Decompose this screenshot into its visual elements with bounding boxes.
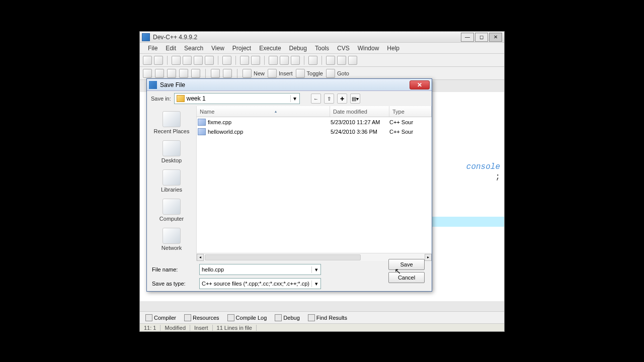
menu-search[interactable]: Search	[180, 43, 207, 53]
saveastype-combo[interactable]: C++ source files (*.cpp;*.cc;*.cxx;*.c++…	[199, 278, 321, 289]
compile-icon[interactable]	[308, 56, 317, 65]
tool-icon[interactable]	[337, 56, 346, 65]
file-list[interactable]: fixme.cpp 5/23/2010 11:27 AM C++ Sour he…	[197, 117, 432, 253]
tool-icon[interactable]	[143, 69, 152, 78]
compiler-icon	[145, 314, 152, 321]
menubar: File Edit Search View Project Execute De…	[140, 43, 504, 54]
file-row[interactable]: helloworld.cpp 5/24/2010 3:36 PM C++ Sou…	[197, 127, 432, 136]
help-icon[interactable]	[211, 69, 220, 78]
undo-icon[interactable]	[240, 56, 249, 65]
close-button[interactable]: ✕	[489, 33, 502, 42]
filename-label: File name:	[152, 266, 196, 273]
menu-project[interactable]: Project	[228, 43, 255, 53]
tab-debug[interactable]: Debug	[271, 313, 303, 323]
app-icon	[142, 33, 150, 41]
window-title: Dev-C++ 4.9.9.2	[153, 34, 460, 41]
filename-input[interactable]: hello.cpp ▾	[199, 264, 321, 275]
desktop-icon	[163, 140, 181, 156]
menu-edit[interactable]: Edit	[162, 43, 180, 53]
new-button[interactable]: New	[243, 69, 265, 78]
chevron-down-icon[interactable]: ▾	[311, 266, 318, 273]
tab-compile-log[interactable]: Compile Log	[224, 313, 271, 323]
about-icon[interactable]	[223, 69, 232, 78]
maximize-button[interactable]: ◻	[475, 33, 488, 42]
minimize-button[interactable]: —	[461, 33, 474, 42]
toolbar-1	[140, 54, 504, 67]
dialog-icon	[149, 81, 157, 89]
insert-button[interactable]: Insert	[268, 69, 293, 78]
tool-icon[interactable]	[191, 69, 200, 78]
saveastype-label: Save as type:	[152, 281, 196, 287]
tool-icon[interactable]	[143, 56, 152, 65]
chevron-down-icon[interactable]: ▾	[311, 281, 318, 287]
tool-icon[interactable]	[326, 56, 335, 65]
menu-tools[interactable]: Tools	[311, 43, 333, 53]
save-button[interactable]: Save	[388, 259, 425, 270]
dialog-title: Save File	[160, 81, 410, 88]
status-position: 11: 1	[140, 325, 160, 331]
new-icon[interactable]	[172, 56, 181, 65]
redo-icon[interactable]	[251, 56, 260, 65]
insert-icon	[268, 69, 277, 78]
status-mode: Insert	[190, 325, 213, 331]
replace-icon[interactable]	[291, 56, 300, 65]
titlebar: Dev-C++ 4.9.9.2 — ◻ ✕	[140, 32, 504, 43]
scroll-right-button[interactable]: ▸	[425, 254, 432, 261]
menu-cvs[interactable]: CVS	[333, 43, 354, 53]
editor-text-fragment: console	[466, 162, 500, 171]
find-icon[interactable]	[269, 56, 278, 65]
save-icon[interactable]	[194, 56, 203, 65]
tool-icon[interactable]	[348, 56, 357, 65]
dialog-close-button[interactable]: ✕	[410, 80, 430, 89]
menu-debug[interactable]: Debug	[285, 43, 311, 53]
menu-view[interactable]: View	[207, 43, 228, 53]
menu-help[interactable]: Help	[383, 43, 404, 53]
tool-icon[interactable]	[155, 69, 164, 78]
status-lines: 11 Lines in file	[213, 325, 257, 331]
print-icon[interactable]	[222, 56, 231, 65]
menu-file[interactable]: File	[144, 43, 162, 53]
view-menu-button[interactable]: ▤▾	[350, 94, 360, 104]
places-bar: Recent Places Desktop Libraries Computer…	[147, 106, 196, 261]
cpp-file-icon	[198, 119, 206, 126]
goto-button[interactable]: Goto	[326, 69, 349, 78]
cancel-button[interactable]: Cancel	[388, 272, 425, 283]
savein-label: Save in:	[151, 96, 171, 102]
tab-compiler[interactable]: Compiler	[142, 313, 180, 323]
tool-icon[interactable]	[179, 69, 188, 78]
find-icon	[308, 314, 315, 321]
place-desktop[interactable]: Desktop	[147, 137, 196, 166]
menu-window[interactable]: Window	[354, 43, 383, 53]
col-type[interactable]: Type	[389, 106, 432, 117]
place-recent[interactable]: Recent Places	[147, 108, 196, 137]
toggle-button[interactable]: Toggle	[296, 69, 323, 78]
place-libraries[interactable]: Libraries	[147, 166, 196, 196]
back-button[interactable]: ←	[311, 94, 321, 104]
tab-find-results[interactable]: Find Results	[304, 313, 351, 323]
chevron-down-icon: ▾	[290, 95, 297, 102]
col-date[interactable]: Date modified	[330, 106, 389, 117]
tool-icon[interactable]	[154, 56, 163, 65]
resources-icon	[184, 314, 191, 321]
file-list-area: Name▴ Date modified Type fixme.cpp 5/23/…	[196, 106, 432, 261]
menu-execute[interactable]: Execute	[255, 43, 285, 53]
tool-icon[interactable]	[167, 69, 176, 78]
place-network[interactable]: Network	[147, 225, 196, 254]
file-row[interactable]: fixme.cpp 5/23/2010 11:27 AM C++ Sour	[197, 117, 432, 127]
debug-icon	[275, 314, 282, 321]
tab-resources[interactable]: Resources	[181, 313, 223, 323]
col-name[interactable]: Name▴	[197, 106, 330, 117]
network-icon	[163, 228, 181, 244]
statusbar: 11: 1 Modified Insert 11 Lines in file	[140, 323, 504, 331]
new-folder-button[interactable]: ✚	[337, 94, 347, 104]
scroll-left-button[interactable]: ◂	[197, 254, 204, 261]
saveall-icon[interactable]	[205, 56, 214, 65]
scroll-thumb[interactable]	[205, 254, 361, 260]
savein-combo[interactable]: week 1 ▾	[174, 93, 300, 104]
up-folder-button[interactable]: ⇧	[324, 94, 334, 104]
open-icon[interactable]	[183, 56, 192, 65]
place-computer[interactable]: Computer	[147, 196, 196, 225]
findnext-icon[interactable]	[280, 56, 289, 65]
save-file-dialog: Save File ✕ Save in: week 1 ▾ ← ⇧ ✚ ▤▾ R…	[146, 78, 432, 292]
cpp-file-icon	[198, 128, 206, 135]
